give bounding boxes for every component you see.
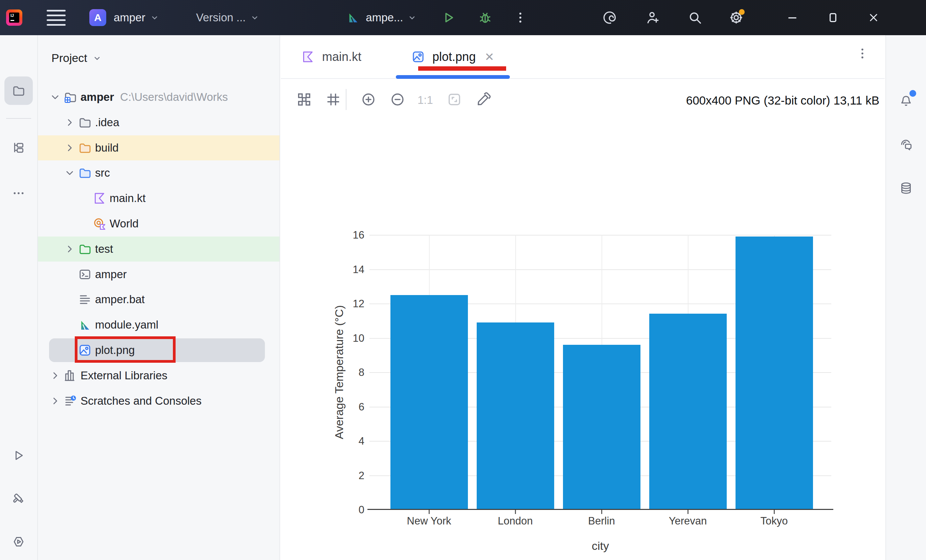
tree-item--idea[interactable]: .idea — [38, 110, 280, 135]
project-view-selector[interactable]: Project — [51, 51, 102, 65]
project-panel-title: Project — [51, 51, 87, 65]
tree-item-world[interactable]: World — [38, 211, 280, 236]
tree-item-amper-bat[interactable]: amper.bat — [38, 287, 280, 312]
text-file-icon — [78, 293, 92, 306]
left-tool-stripe — [0, 35, 38, 560]
tree-item-amper[interactable]: amper — [38, 262, 280, 287]
image-file-icon — [412, 50, 425, 64]
stripe-database-icon[interactable] — [892, 174, 920, 202]
project-widget[interactable]: amper — [113, 11, 145, 24]
chevron-down-icon — [150, 12, 160, 23]
bar-london[interactable] — [477, 322, 554, 510]
more-actions-kebab-icon[interactable] — [513, 10, 528, 26]
color-picker-icon[interactable] — [476, 92, 491, 107]
scratches-icon — [64, 394, 77, 408]
tree-item-module-yaml[interactable]: module.yaml — [38, 312, 280, 338]
add-user-icon[interactable] — [645, 10, 661, 26]
folder-blue-icon — [78, 166, 92, 180]
gridline-y-16 — [369, 235, 831, 236]
tree-item-plot-png[interactable]: plot.png — [38, 338, 280, 363]
debug-button[interactable] — [477, 10, 493, 26]
y-tick-label: 12 — [284, 298, 365, 310]
vcs-widget[interactable]: Version ... — [196, 11, 246, 24]
zoom-out-icon[interactable] — [390, 92, 406, 107]
chevron-right-icon[interactable] — [64, 142, 76, 154]
notification-badge — [909, 90, 916, 97]
grid-icon[interactable] — [325, 92, 341, 107]
tree-item-label: amper.bat — [95, 293, 145, 306]
x-tick-mark — [429, 510, 430, 514]
project-avatar[interactable]: A — [89, 9, 106, 26]
tab-main-kt[interactable]: main.kt — [286, 35, 377, 78]
zoom-in-icon[interactable] — [361, 92, 376, 107]
tree-item-external-libraries[interactable]: External Libraries — [38, 363, 280, 388]
chevron-right-icon[interactable] — [64, 117, 76, 129]
x-tick-mark — [687, 510, 688, 514]
tab-plot-png[interactable]: plot.png ✕ — [396, 35, 510, 78]
window-minimize-button[interactable] — [785, 10, 800, 26]
actual-size-button[interactable]: 1:1 — [418, 94, 433, 107]
title-bar: IJ A amper Version ... ampe... — [0, 0, 926, 35]
folder-orange-icon — [78, 141, 92, 154]
x-tick-mark — [601, 510, 602, 514]
tab-label: main.kt — [322, 50, 361, 64]
tab-options-kebab-icon[interactable] — [856, 47, 869, 60]
right-tool-stripe — [885, 35, 926, 560]
fit-to-window-icon[interactable] — [446, 92, 462, 107]
tab-label: plot.png — [433, 50, 476, 64]
x-tick-label: Yerevan — [669, 515, 707, 527]
chevron-down-icon — [92, 53, 102, 63]
image-viewer-toolbar: 1:1 600x400 PNG (32-bit color) 13,11 kB — [281, 79, 885, 121]
window-maximize-button[interactable] — [825, 10, 841, 26]
tree-item-test[interactable]: test — [38, 236, 280, 262]
chevron-down-icon[interactable] — [49, 91, 61, 103]
y-tick-label: 8 — [284, 366, 365, 378]
project-tool-window: Project amperC:\Users\david\Works.ideabu… — [38, 35, 280, 560]
stripe-project-folder-icon[interactable] — [5, 76, 33, 105]
ai-assistant-icon[interactable] — [602, 10, 617, 26]
stripe-ai-assistant-icon[interactable] — [892, 131, 920, 159]
stripe-run-icon[interactable] — [5, 441, 33, 470]
stripe-services-icon[interactable] — [5, 528, 33, 556]
x-tick-label: New York — [407, 515, 451, 527]
settings-gear-icon[interactable] — [728, 10, 744, 26]
bar-chart-image: 0246810121416New YorkLondonBerlinYerevan… — [281, 121, 885, 560]
stripe-notifications-icon[interactable] — [892, 86, 920, 115]
tree-item-src[interactable]: src — [38, 160, 280, 185]
bar-new-york[interactable] — [390, 295, 468, 510]
tab-close-icon[interactable]: ✕ — [484, 50, 494, 64]
project-path: C:\Users\david\Works — [120, 91, 228, 103]
libraries-icon — [64, 369, 77, 382]
bar-yerevan[interactable] — [649, 314, 727, 510]
chevron-down-icon[interactable] — [64, 167, 76, 179]
chevron-right-icon[interactable] — [49, 369, 61, 382]
search-icon[interactable] — [687, 10, 703, 26]
run-configuration-widget[interactable]: ampe... — [346, 11, 417, 25]
transparency-checkerboard-icon[interactable] — [297, 92, 312, 107]
amper-logo-icon — [346, 11, 360, 25]
tree-item-label: src — [95, 166, 110, 179]
tree-item-amper[interactable]: amperC:\Users\david\Works — [38, 85, 280, 110]
bar-berlin[interactable] — [563, 345, 640, 510]
run-button[interactable] — [441, 10, 456, 26]
tree-item-label: amperC:\Users\david\Works — [80, 91, 228, 103]
amper-logo-icon — [78, 318, 92, 331]
stripe-structure-icon[interactable] — [5, 133, 33, 162]
chevron-down-icon — [407, 12, 417, 23]
chevron-right-icon[interactable] — [64, 243, 76, 255]
main-menu-burger-icon[interactable] — [47, 7, 66, 29]
window-close-button[interactable] — [866, 10, 881, 26]
y-tick-label: 0 — [284, 504, 365, 516]
chevron-right-icon[interactable] — [49, 395, 61, 407]
editor-area: main.kt plot.png ✕ — [281, 35, 885, 560]
stripe-build-icon[interactable] — [5, 484, 33, 513]
tree-item-label: build — [95, 141, 119, 154]
tree-item-scratches-and-consoles[interactable]: Scratches and Consoles — [38, 389, 280, 413]
y-tick-label: 4 — [284, 435, 365, 447]
tree-item-main-kt[interactable]: main.kt — [38, 186, 280, 211]
y-tick-label: 10 — [284, 332, 365, 345]
bar-tokyo[interactable] — [735, 236, 813, 510]
kotlin-file-icon — [93, 192, 106, 205]
tree-item-build[interactable]: build — [38, 135, 280, 160]
stripe-more-tools-icon[interactable] — [5, 179, 33, 207]
